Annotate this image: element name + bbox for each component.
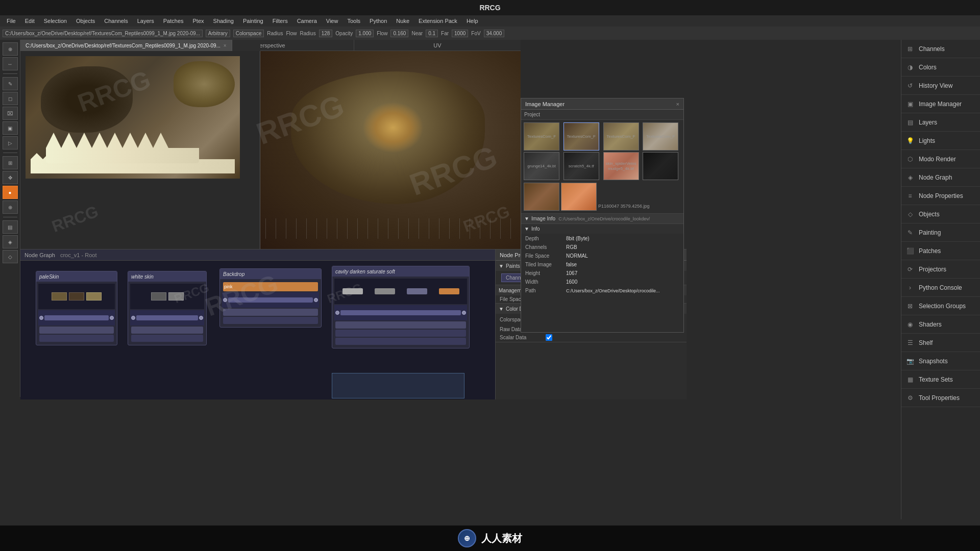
toolbar-flow-val[interactable]: 0.160: [390, 30, 408, 37]
rp-painting[interactable]: ✎ Painting: [901, 223, 980, 242]
node-connector-out[interactable]: [110, 316, 114, 320]
rp-texture-sets[interactable]: ▦ Texture Sets: [901, 370, 980, 389]
menu-ptex[interactable]: Ptex: [189, 17, 208, 25]
node-ws-connector-out[interactable]: [199, 316, 203, 320]
rp-python-console[interactable]: › Python Console: [901, 279, 980, 297]
lt-btn-clone[interactable]: ⌧: [3, 107, 18, 120]
thumb-4[interactable]: TexturesCom_F: [643, 122, 678, 151]
toolbar-opacity-label: Opacity: [335, 31, 353, 36]
lt-btn-brush[interactable]: ✎: [3, 77, 18, 90]
node-connector[interactable]: [39, 316, 43, 320]
image-manager-close[interactable]: ×: [676, 101, 679, 107]
menu-nuke[interactable]: Nuke: [392, 17, 413, 25]
node-graph-canvas[interactable]: paleSkin white skin: [20, 261, 495, 399]
rp-shelf[interactable]: ☰ Shelf: [901, 334, 980, 352]
menu-tools[interactable]: Tools: [343, 17, 364, 25]
node-cd-connector[interactable]: [335, 311, 339, 315]
toolbar-mode[interactable]: Arbitrary: [206, 30, 230, 37]
node-bd-connector[interactable]: [223, 298, 227, 302]
lt-btn-active[interactable]: ●: [3, 186, 18, 199]
lt-btn-zoom[interactable]: ⊕: [3, 201, 18, 214]
rp-objects[interactable]: ◇ Objects: [901, 205, 980, 223]
toolbar-flow-label: Flow: [286, 31, 297, 36]
image-manager-tab-project[interactable]: Project: [524, 112, 540, 117]
lt-btn-pan[interactable]: ✥: [3, 171, 18, 184]
thumb-7[interactable]: skin_spiderVeinsmudge5_4k.bf: [603, 152, 639, 180]
lt-btn-erase[interactable]: ◻: [3, 92, 18, 105]
node-cd-connector-out[interactable]: [462, 311, 466, 315]
info-tiled-row: Tiled Image false: [521, 261, 683, 268]
node-cavity-header: cavity darken saturate soft: [332, 266, 469, 277]
lt-btn-select[interactable]: ▷: [3, 136, 18, 149]
menu-patches[interactable]: Patches: [159, 17, 188, 25]
rp-patches[interactable]: ⬛ Patches: [901, 242, 980, 260]
rp-modo-render[interactable]: ⬡ Modo Render: [901, 150, 980, 168]
menu-shading[interactable]: Shading: [209, 17, 238, 25]
toolbar-colorspace[interactable]: Colorspace: [233, 30, 264, 37]
thumb-9[interactable]: [524, 183, 559, 211]
rp-layers[interactable]: ▤ Layers: [901, 113, 980, 132]
rp-lights[interactable]: 💡 Lights: [901, 132, 980, 150]
thumb-10[interactable]: [561, 183, 597, 211]
toolbar-file-path[interactable]: C:/Users/box_z/OneDrive/Desktop/ref/Text…: [3, 30, 203, 37]
tab-main[interactable]: C:/Users/box_z/OneDrive/Desktop/ref/Text…: [20, 40, 232, 51]
thumb-6[interactable]: scratch5_4k.tf: [564, 152, 599, 180]
node-pale-skin[interactable]: paleSkin: [36, 271, 117, 345]
node-cavity-darken[interactable]: cavity darken saturate soft: [332, 266, 470, 348]
rp-python-label: Python Console: [919, 284, 962, 291]
menu-file[interactable]: File: [3, 17, 20, 25]
menu-view[interactable]: View: [322, 17, 342, 25]
lt-btn-mat[interactable]: ◈: [3, 235, 18, 248]
rp-node-properties[interactable]: ≡ Node Properties: [901, 187, 980, 205]
thumb-8[interactable]: [643, 152, 678, 180]
info-subsection[interactable]: ▼ Info: [521, 223, 683, 234]
toolbar-near-val[interactable]: 0.1: [426, 30, 438, 37]
thumb-1[interactable]: TexturesCom_F: [524, 122, 559, 151]
menu-selection[interactable]: Selection: [40, 17, 71, 25]
lt-btn-fill[interactable]: ▣: [3, 121, 18, 135]
thumb-5[interactable]: grunge14_4k.bt: [524, 152, 559, 180]
rp-image-manager[interactable]: ▣ Image Manager: [901, 95, 980, 113]
lt-btn-2[interactable]: ↔: [3, 57, 18, 70]
toolbar-opacity-val[interactable]: 1.000: [356, 30, 374, 37]
scalar-checkbox[interactable]: [546, 334, 552, 341]
rp-colors[interactable]: ◑ Colors: [901, 58, 980, 77]
menu-objects[interactable]: Objects: [72, 17, 99, 25]
image-manager-title: Image Manager: [525, 101, 565, 107]
thumb-3[interactable]: TexturesCom_F: [603, 122, 639, 151]
rp-channels[interactable]: ⊞ Channels: [901, 40, 980, 58]
rp-tool-properties[interactable]: ⚙ Tool Properties: [901, 389, 980, 407]
menu-layers[interactable]: Layers: [133, 17, 158, 25]
lt-btn-layer[interactable]: ▤: [3, 220, 18, 234]
node-white-skin[interactable]: white skin: [128, 271, 207, 345]
lt-btn-nav[interactable]: ⊞: [3, 156, 18, 169]
menu-channels[interactable]: Channels: [100, 17, 132, 25]
rp-node-graph[interactable]: ◈ Node Graph: [901, 168, 980, 187]
lt-btn-mesh[interactable]: ◇: [3, 250, 18, 263]
menu-python[interactable]: Python: [365, 17, 391, 25]
menu-edit[interactable]: Edit: [21, 17, 39, 25]
menu-extension-pack[interactable]: Extension Pack: [414, 17, 461, 25]
tab-label: C:/Users/box_z/OneDrive/Desktop/ref/Text…: [26, 43, 220, 48]
node-backdrop[interactable]: Backdrop pink: [219, 268, 322, 328]
rp-snapshots[interactable]: 📷 Snapshots: [901, 352, 980, 370]
node-ws-connector[interactable]: [131, 316, 135, 320]
image-info-header[interactable]: ▼ Image Info C:/Users/box_z/OneDrive/cro…: [521, 213, 683, 223]
tab-close[interactable]: ×: [224, 43, 227, 48]
rp-selection-groups[interactable]: ⊠ Selection Groups: [901, 297, 980, 315]
rp-projectors[interactable]: ⟳ Projectors: [901, 260, 980, 279]
toolbar-fov-val[interactable]: 34.000: [484, 30, 505, 37]
toolbar-radius-val[interactable]: 128: [319, 30, 333, 37]
toolbar-far-val[interactable]: 1000: [452, 30, 468, 37]
thumb-2[interactable]: TexturesCom_F: [564, 122, 599, 151]
rp-shaders[interactable]: ◉ Shaders: [901, 315, 980, 334]
menu-painting[interactable]: Painting: [239, 17, 267, 25]
lt-btn-1[interactable]: ⊕: [3, 42, 18, 56]
channels-value: RGB: [566, 244, 679, 250]
rp-history-view[interactable]: ↺ History View: [901, 77, 980, 95]
node-bd-connector-out[interactable]: [314, 298, 318, 302]
menu-filters[interactable]: Filters: [268, 17, 292, 25]
menu-camera[interactable]: Camera: [293, 17, 321, 25]
channels-icon: ⊞: [905, 44, 915, 54]
menu-help[interactable]: Help: [462, 17, 482, 25]
